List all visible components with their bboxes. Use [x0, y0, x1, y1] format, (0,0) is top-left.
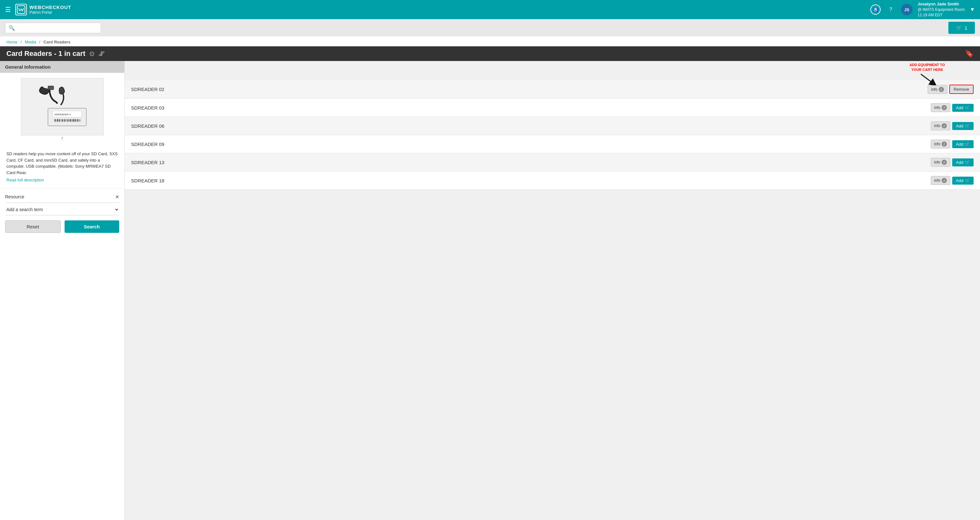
svg-line-32: [921, 74, 934, 84]
svg-text:SDREADER 4: SDREADER 4: [54, 113, 71, 116]
result-name: SDREADER 06: [131, 123, 931, 129]
info-button[interactable]: infoi: [928, 85, 947, 94]
patron-portal-label: Patron Portal: [29, 10, 71, 15]
info-label: info: [934, 124, 940, 128]
breadcrumb-media[interactable]: Media: [25, 40, 36, 44]
add-label: Add: [956, 178, 963, 183]
webcheckout-logo-svg: [17, 5, 25, 14]
info-button[interactable]: infoi: [931, 140, 950, 149]
user-info: Josalynn Jade Smith @ IMATS Equipment Ro…: [918, 1, 965, 18]
breadcrumb-current: Card Readers: [43, 40, 71, 44]
result-actions: infoiAdd🛒: [931, 121, 974, 130]
search-input[interactable]: [17, 25, 97, 30]
result-actions: infoiRemove: [928, 85, 974, 94]
header-right: ♿ ? JS Josalynn Jade Smith @ IMATS Equip…: [870, 1, 975, 18]
brand-name: WEBCHECKOUT: [29, 5, 71, 10]
add-button[interactable]: Add🛒: [952, 177, 974, 185]
add-cart-icon: 🛒: [965, 105, 970, 110]
add-cart-icon: 🛒: [965, 142, 970, 147]
main-content: General Information: [0, 61, 980, 520]
result-name: SDREADER 02: [131, 87, 928, 92]
table-row: SDREADER 09infoiAdd🛒: [125, 135, 980, 153]
cart-icon: 🛒: [956, 25, 962, 31]
bookmark-icon[interactable]: 🔖: [965, 49, 974, 58]
add-button[interactable]: Add🛒: [952, 122, 974, 130]
search-icon: 🔍: [9, 25, 15, 31]
table-row: SDREADER 13infoiAdd🛒: [125, 153, 980, 171]
header: ☰ WEBCHECKOUT Patron Portal ♿ ? JS Josal…: [0, 0, 980, 19]
logo-area: WEBCHECKOUT Patron Portal: [15, 4, 71, 15]
product-svg: SDREADER 4: [30, 83, 94, 131]
logo-text: WEBCHECKOUT Patron Portal: [29, 5, 71, 15]
annotation-arrow: [918, 73, 937, 85]
info-button[interactable]: infoi: [931, 121, 950, 130]
add-button[interactable]: Add🛒: [952, 159, 974, 166]
add-cart-icon: 🛒: [965, 178, 970, 183]
hamburger-menu[interactable]: ☰: [5, 6, 11, 13]
cart-button[interactable]: 🛒 1: [948, 22, 975, 34]
result-actions: infoiAdd🛒: [931, 158, 974, 167]
product-label: T: [61, 137, 63, 141]
page-title-bar: Card Readers - 1 in cart ⊙ 🖇 🔖: [0, 46, 980, 61]
resource-label: Resource: [5, 194, 115, 199]
info-label: info: [934, 105, 940, 110]
read-more-link[interactable]: Read full description: [6, 177, 118, 183]
info-icon: i: [942, 123, 947, 128]
add-button[interactable]: Add🛒: [952, 104, 974, 112]
info-icon: i: [939, 87, 944, 92]
info-button[interactable]: infoi: [931, 103, 950, 112]
breadcrumb-home[interactable]: Home: [6, 40, 18, 44]
add-button[interactable]: Add🛒: [952, 140, 974, 148]
info-icon: i: [942, 160, 947, 165]
svg-rect-0: [17, 6, 25, 13]
breadcrumb-sep2: /: [39, 40, 41, 44]
table-row: SDREADER 06infoiAdd🛒: [125, 117, 980, 135]
add-equipment-annotation: ADD EQUIPMENT TOYOUR CART HERE: [910, 63, 945, 85]
result-area-wrapper: ADD EQUIPMENT TOYOUR CART HERE SDREADER …: [125, 61, 980, 520]
filter-buttons: Reset Search: [5, 220, 119, 233]
info-label: info: [934, 178, 940, 183]
svg-rect-1: [48, 86, 54, 90]
filter-clear-icon[interactable]: ✕: [115, 194, 119, 200]
search-input-wrap[interactable]: 🔍: [5, 23, 101, 33]
result-name: SDREADER 13: [131, 160, 931, 165]
add-cart-icon: 🛒: [965, 124, 970, 128]
remove-button[interactable]: Remove: [949, 85, 974, 94]
user-time: 11:19 AM EDT: [918, 13, 965, 18]
info-button[interactable]: infoi: [931, 158, 950, 167]
add-label: Add: [956, 124, 963, 128]
table-row: SDREADER 18infoiAdd🛒: [125, 171, 980, 190]
result-name: SDREADER 03: [131, 105, 931, 111]
breadcrumb-sep1: /: [21, 40, 22, 44]
result-name: SDREADER 18: [131, 178, 931, 183]
product-image: SDREADER 4: [21, 78, 104, 135]
user-name: Josalynn Jade Smith: [918, 1, 965, 7]
reset-button[interactable]: Reset: [5, 220, 61, 233]
help-icon[interactable]: ?: [886, 5, 896, 15]
info-icon: i: [942, 141, 947, 147]
info-label: info: [934, 160, 940, 165]
table-row: SDREADER 03infoiAdd🛒: [125, 99, 980, 117]
info-icon: i: [942, 105, 947, 110]
sidebar-content: SDREADER 4: [0, 73, 124, 238]
result-actions: infoiAdd🛒: [931, 140, 974, 149]
result-actions: infoiAdd🛒: [931, 176, 974, 185]
info-label: info: [934, 142, 940, 146]
info-button[interactable]: infoi: [931, 176, 950, 185]
avatar[interactable]: JS: [901, 4, 913, 15]
add-label: Add: [956, 105, 963, 110]
results-list: ADD EQUIPMENT TOYOUR CART HERE SDREADER …: [125, 61, 980, 520]
chevron-down-icon[interactable]: ▼: [970, 7, 975, 13]
result-name: SDREADER 09: [131, 141, 931, 147]
header-left: ☰ WEBCHECKOUT Patron Portal: [5, 4, 71, 15]
page-title: Card Readers - 1 in cart: [6, 49, 85, 58]
search-term-select[interactable]: Add a search term: [5, 207, 119, 212]
clock-icon[interactable]: ⊙: [89, 50, 95, 57]
search-button[interactable]: Search: [65, 220, 119, 233]
product-image-area: SDREADER 4: [0, 73, 124, 146]
product-description: SD readers help you move content off of …: [6, 151, 118, 175]
paperclip-icon[interactable]: 🖇: [99, 50, 105, 57]
sidebar: General Information: [0, 61, 125, 520]
cart-count: 1: [965, 25, 967, 31]
accessibility-icon[interactable]: ♿: [870, 5, 881, 15]
